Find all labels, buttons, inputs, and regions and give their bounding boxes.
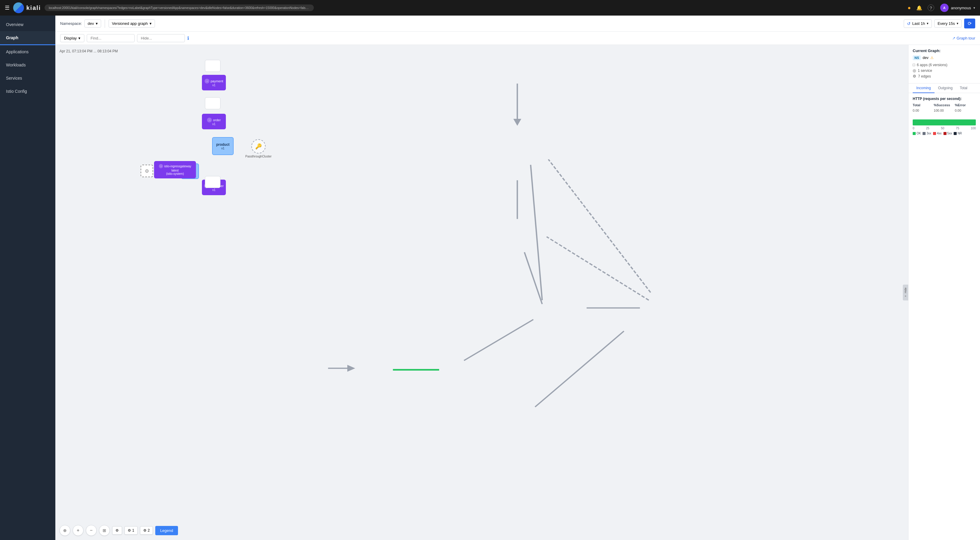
filter-button[interactable]: ⚙ [112,526,122,535]
display-dropdown-icon: ▾ [78,36,81,40]
apps-stat: 6 apps (6 versions) [917,63,947,67]
right-panel: Current Graph: NS dev ⚠ □ 6 apps (6 vers… [908,45,980,540]
filter2-icon: ⚙ [143,528,146,532]
service-stat: 1 service [918,68,932,73]
time-range-select[interactable]: ↺ Last 1h ▾ [904,19,932,28]
node-gateway-service[interactable]: ⚙ [141,165,153,177]
node-product[interactable]: product v1 [212,137,234,155]
refresh-button[interactable]: ⟳ [964,19,975,29]
node-passthrough[interactable]: 🔑 PassthroughCluster [245,139,272,158]
bell-icon[interactable]: 🔔 [916,5,922,11]
namespace-label: Namespace: [60,21,82,26]
chart-legend: OK 3xx 4xx 5xx [913,132,976,135]
chart-bar-ok [913,119,976,126]
panel-title: Current Graph: [913,48,976,53]
hamburger-icon[interactable]: ☰ [5,5,10,11]
tab-total[interactable]: Total [956,83,971,93]
panel-tabs: Incoming Outgoing Total [908,83,980,93]
panel-body: HTTP (requests per second): Total %Succe… [908,93,980,117]
nav-icons-area: ● 🔔 ? [908,5,934,11]
val-total: 0.00 [913,109,934,112]
filter1-button[interactable]: ⚙ 1 [124,526,138,535]
node-customer-top [205,176,221,188]
namespace-dropdown-icon: ▾ [96,21,98,26]
legend-ok: OK [913,132,921,135]
info-icon: ℹ [187,35,189,41]
filter2-button[interactable]: ⚙ 2 [140,526,153,535]
tab-outgoing[interactable]: Outgoing [934,83,956,93]
svg-line-3 [524,252,542,304]
sidebar: Overview Graph Applications Workloads Se… [0,16,55,540]
zoom-fit-button[interactable]: ⊕ [59,525,70,536]
node-payment[interactable]: → payment v1 [202,75,226,91]
bottom-toolbar: ⊕ + − ⊞ ⚙ ⚙ 1 ⚙ 2 Legend [59,525,178,536]
refresh-rate-select[interactable]: Every 15s ▾ [934,19,962,27]
legend-3xx: 3xx [923,132,931,135]
legend-button[interactable]: Legend [155,526,178,535]
svg-line-6 [464,319,533,360]
sidebar-item-workloads[interactable]: Workloads [0,58,55,72]
edges-stat: 7 edges [918,74,931,78]
graph-tour-icon: ↗ [952,36,956,40]
graph-tour-link[interactable]: ↗ Graph tour [952,36,975,40]
ns-badge: NS [913,56,921,60]
sidebar-item-istio-config[interactable]: Istio Config [0,85,55,98]
user-dropdown-icon[interactable]: ▾ [974,6,975,10]
sidebar-item-graph[interactable]: Graph [0,31,55,45]
sidebar-item-overview[interactable]: Overview [0,18,55,31]
apps-icon: □ [913,62,915,67]
tab-incoming[interactable]: Incoming [913,83,934,93]
user-area[interactable]: A anonymous ▾ [940,3,975,12]
zoom-in-button[interactable]: + [73,525,83,536]
time-dropdown-icon: ▾ [927,22,929,25]
col-error: %Error [955,103,976,107]
url-bar: localhost:20001/kiali/console/graph/name… [45,5,314,11]
edges-icon: ⚙ [913,74,916,78]
hide-input[interactable] [137,34,185,42]
legend-nr: NR [954,132,962,135]
gold-dot-icon: ● [908,5,911,11]
col-total: Total [913,103,934,107]
legend-5xx: 5xx [943,132,952,135]
http-section-title: HTTP (requests per second): [913,97,976,101]
toolbar-row2: Display ▾ ℹ ↗ Graph tour [55,32,980,45]
svg-line-9 [548,159,651,292]
graph-type-select[interactable]: Versioned app graph ▾ [108,19,155,27]
avatar: A [940,3,948,12]
node-order-top [205,97,221,109]
zoom-out-button[interactable]: − [86,525,97,536]
graph-canvas[interactable]: Apr 21, 07:13:04 PM ... 08:13:04 PM [55,45,908,540]
toolbar-row1: Namespace: dev ▾ Versioned app graph ▾ ↺… [55,16,980,32]
sidebar-item-applications[interactable]: Applications [0,45,55,58]
help-icon[interactable]: ? [928,5,934,11]
chart-area: 0 25 50 75 100 OK 3xx [908,117,980,136]
graph-type-dropdown-icon: ▾ [150,21,152,26]
svg-line-2 [531,165,542,300]
app-logo-text: kiali [26,5,41,11]
val-success: 100.00 [934,109,955,112]
filter1-icon: ⚙ [128,528,131,532]
legend-4xx: 4xx [933,132,942,135]
svg-line-8 [535,331,624,407]
refresh-rate-dropdown-icon: ▾ [957,22,958,25]
filter-icon: ⚙ [116,528,119,532]
collapse-handle[interactable]: Hide » [903,285,908,301]
sidebar-item-services[interactable]: Services [0,72,55,85]
warning-icon: ⚠ [930,56,934,60]
logo-area: kiali [13,2,41,13]
col-success: %Success [934,103,955,107]
val-error: 0.00 [955,109,976,112]
graph-edges [55,45,908,540]
namespace-select[interactable]: dev ▾ [84,19,101,27]
display-button[interactable]: Display ▾ [60,34,84,42]
svg-line-10 [547,237,649,300]
layout-button[interactable]: ⊞ [99,525,110,536]
node-order[interactable]: → order v1 [202,114,226,129]
graph-timestamp: Apr 21, 07:13:04 PM ... 08:13:04 PM [59,49,118,53]
node-payment-top [205,60,221,72]
service-icon: ◎ [913,68,916,73]
find-input[interactable] [87,34,135,42]
username: anonymous [951,6,971,10]
time-icon: ↺ [907,21,911,26]
node-gateway[interactable]: → istio-ingressgateway latest (istio-sys… [154,161,196,178]
